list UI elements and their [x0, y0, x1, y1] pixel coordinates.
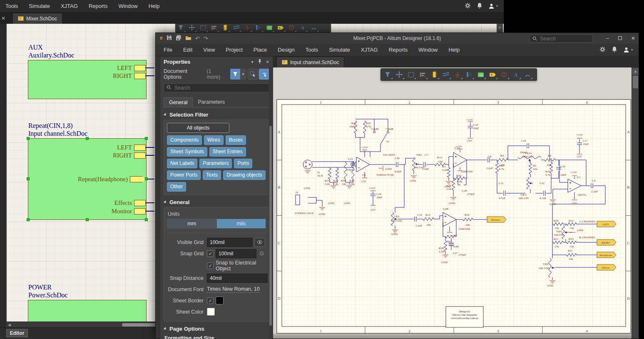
select-touching-button[interactable] [259, 69, 269, 80]
units-mils-button[interactable]: mils [216, 219, 266, 229]
user-icon[interactable]: ▾ [488, 3, 498, 9]
bg-menu-item-simulate[interactable]: Simulate [23, 0, 55, 12]
filter-button-texts[interactable]: Texts [203, 170, 221, 180]
save-all-icon[interactable] [176, 35, 182, 42]
place-wire-tool-icon[interactable] [231, 24, 242, 33]
arc-tool-icon[interactable] [308, 24, 319, 33]
menu-item-place[interactable]: Place [248, 44, 273, 56]
filter-button-drawing-objects[interactable]: Drawing objects [223, 170, 265, 180]
panel-scrollbar[interactable] [269, 67, 272, 338]
menu-item-help[interactable]: Help [443, 44, 465, 56]
section-general[interactable]: General [164, 199, 269, 205]
menu-item-tools[interactable]: Tools [300, 44, 323, 56]
selection-rect-tool-icon[interactable] [405, 69, 417, 80]
bell-icon[interactable] [477, 2, 482, 10]
place-bus-tool-icon[interactable] [463, 69, 475, 80]
selection-handle[interactable] [86, 218, 89, 221]
snap-distance-input[interactable] [207, 274, 268, 283]
filter-dropdown-icon[interactable]: ▼ [240, 69, 246, 80]
filter-button-net-labels[interactable]: Net Labels [167, 159, 197, 168]
gear-icon[interactable] [599, 46, 606, 54]
section-page-options[interactable]: Page Options [164, 326, 269, 332]
visible-grid-eye-button[interactable] [254, 238, 265, 247]
menu-item-window[interactable]: Window [413, 44, 443, 56]
tab-input-channel-schdoc[interactable]: Input channel.SchDoc [276, 57, 344, 67]
snap-electrical-checkbox[interactable]: ✓ [207, 262, 214, 269]
bg-menu-item-help[interactable]: Help [143, 0, 165, 12]
fg-title-bar[interactable]: ə ↶ ↷ Mixer.PrjPCB - Altium Designer (18… [156, 33, 639, 44]
selection-handle[interactable] [27, 218, 30, 221]
menu-item-xjtag[interactable]: XJTAG [356, 44, 383, 56]
align-tool-icon[interactable] [417, 69, 428, 80]
place-wire-tool-icon[interactable] [440, 69, 452, 80]
document-font-link[interactable]: Times New Roman, 10 [207, 286, 260, 293]
filter-tool-icon[interactable] [382, 69, 393, 80]
menu-item-reports[interactable]: Reports [383, 44, 413, 56]
section-selection-filter[interactable]: Selection Filter [164, 112, 269, 118]
minimize-button[interactable]: – [606, 36, 609, 41]
scroll-up-icon[interactable]: ▲ [632, 68, 639, 75]
sheet-color-swatch[interactable] [207, 308, 215, 316]
filter-button-power-ports[interactable]: Power Ports [167, 170, 201, 180]
gear-icon[interactable] [465, 2, 471, 10]
schematic-sheet[interactable]: 11223344AABBCCDD MonitorLEFTRIGHTHeadpho… [276, 99, 631, 334]
bell-icon[interactable] [612, 46, 617, 54]
place-part-tool-icon[interactable] [219, 24, 231, 33]
sheet-symbol-aux[interactable]: AUXAuxilary.SchDoc LEFTRIGHT [28, 60, 147, 99]
place-sheet-symbol-tool-icon[interactable] [264, 24, 275, 33]
move-tool-icon[interactable] [186, 24, 198, 33]
close-icon[interactable]: ✕ [0, 13, 7, 24]
tab-general[interactable]: General [164, 97, 193, 107]
text-tool-icon[interactable]: A [510, 69, 522, 80]
scroll-left-icon[interactable]: ◀ [8, 322, 11, 327]
no-erc-tool-icon[interactable] [498, 69, 510, 80]
selection-handle[interactable] [145, 137, 148, 140]
panel-search-input[interactable] [174, 85, 257, 91]
filter-all-objects-button[interactable]: All objects [167, 123, 229, 133]
snap-grid-input[interactable] [216, 249, 256, 258]
select-overlap-button[interactable] [248, 69, 258, 80]
scrollbar-thumb[interactable] [269, 126, 272, 326]
bg-menu-item-reports[interactable]: Reports [83, 0, 113, 12]
filter-button-buses[interactable]: Buses [226, 135, 246, 145]
selection-handle[interactable] [145, 177, 148, 180]
selection-handle[interactable] [27, 137, 30, 140]
menu-item-project[interactable]: Project [220, 44, 248, 56]
bg-vertical-scrollbar[interactable]: ▲ [497, 24, 503, 32]
filter-button-parameters[interactable]: Parameters [199, 159, 232, 168]
sheet-entry-repeat-headphone[interactable]: Repeat(Headphone) [78, 176, 146, 183]
menu-item-file[interactable]: File [158, 44, 178, 56]
search-input[interactable] [539, 35, 585, 42]
undo-icon[interactable]: ↶ [195, 35, 200, 42]
place-port-tool-icon[interactable] [275, 24, 286, 33]
bg-menu-item-tools[interactable]: Tools [0, 0, 23, 12]
sheet-entry-right[interactable]: RIGHT [113, 152, 146, 159]
sheet-entry-monitor[interactable]: Monitor [112, 208, 146, 215]
panel-close-icon[interactable]: ✕ [266, 60, 269, 64]
sheet-border-color-swatch[interactable] [216, 297, 224, 304]
tab-parameters[interactable]: Parameters [193, 97, 230, 107]
no-erc-tool-icon[interactable] [286, 24, 297, 33]
arc-tool-icon[interactable] [522, 69, 533, 80]
filter-button-components[interactable]: Components [167, 135, 202, 145]
units-mm-button[interactable]: mm [167, 219, 216, 229]
filter-button[interactable] [230, 69, 240, 80]
sheet-symbol-power[interactable]: POWERPower.SchDoc [28, 300, 147, 322]
bg-menu-item-window[interactable]: Window [113, 0, 143, 12]
menu-item-simulate[interactable]: Simulate [323, 44, 356, 56]
place-port-tool-icon[interactable] [487, 69, 498, 80]
selection-handle[interactable] [145, 218, 148, 221]
visible-grid-input[interactable] [207, 238, 253, 247]
place-power-port-tool-icon[interactable] [452, 69, 463, 80]
canvas-vertical-scrollbar[interactable]: ▲ [632, 67, 639, 339]
selection-handle[interactable] [27, 177, 30, 180]
sheet-symbol-input-channel[interactable]: Repeat(CIN,1,8)Input channel.SchDoc LEFT… [28, 138, 147, 220]
filter-tool-icon[interactable] [175, 24, 186, 33]
save-icon[interactable] [167, 35, 172, 42]
menu-item-design[interactable]: Design [272, 44, 300, 56]
place-part-tool-icon[interactable] [428, 69, 440, 80]
place-power-port-tool-icon[interactable] [242, 24, 253, 33]
panel-search[interactable] [164, 83, 269, 92]
schematic-canvas[interactable]: 11223344AABBCCDD MonitorLEFTRIGHTHeadpho… [273, 67, 632, 339]
tab-mixer-schdoc[interactable]: Mixer.SchDoc [12, 13, 62, 24]
